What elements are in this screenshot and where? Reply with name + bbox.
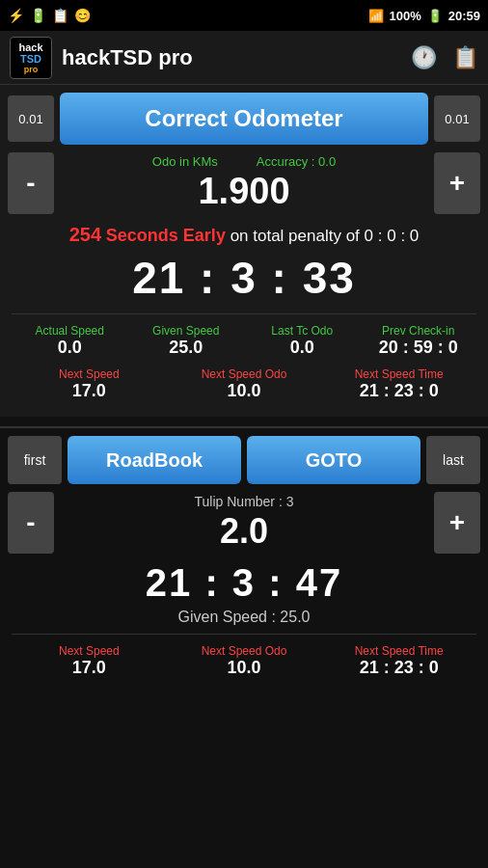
header-left: hack TSD pro hackTSD pro	[10, 37, 193, 79]
sim-icon: 📋	[52, 8, 68, 23]
roadbook-row: first RoadBook GOTO last	[8, 436, 480, 484]
odo-value: 1.900	[60, 171, 428, 212]
app-title: hackTSD pro	[62, 45, 193, 70]
last-tc-odo-label: Last Tc Odo	[246, 324, 359, 338]
given-speed-label: Given Speed	[130, 324, 243, 338]
odo-in-kms-label: Odo in KMs	[152, 154, 218, 169]
status-left-icons: ⚡ 🔋 📋 😊	[8, 8, 91, 23]
next-speed-label-bottom: Next Speed	[14, 644, 165, 658]
goto-button[interactable]: GOTO	[247, 436, 420, 484]
tulip-label: Tulip Number : 3	[60, 494, 428, 509]
tulip-value: 2.0	[60, 511, 428, 552]
next-speed-cell-bottom: Next Speed 17.0	[12, 642, 167, 680]
right-small-value[interactable]: 0.01	[434, 95, 480, 142]
prev-checkin-label: Prev Check-in	[363, 324, 475, 338]
next-speed-value-top: 17.0	[14, 381, 165, 401]
top-section: 0.01 Correct Odometer 0.01 - Odo in KMs …	[0, 85, 488, 417]
last-tc-odo-value: 0.0	[246, 338, 359, 358]
battery-small-icon: 🔋	[30, 8, 46, 23]
tulip-display: - Tulip Number : 3 2.0 +	[8, 492, 480, 554]
next-speed-time-value-bottom: 21 : 23 : 0	[323, 658, 474, 678]
next-speed-time-label-top: Next Speed Time	[323, 367, 474, 381]
tulip-plus-button[interactable]: +	[434, 492, 480, 554]
bottom-time-display: 21 : 3 : 47	[8, 561, 480, 605]
correct-odometer-button[interactable]: Correct Odometer	[60, 93, 428, 145]
history-icon[interactable]: 🕐	[411, 45, 437, 70]
next-speed-odo-value-bottom: 10.0	[169, 658, 320, 678]
given-speed-cell: Given Speed 25.0	[128, 322, 245, 360]
odo-labels: Odo in KMs Accuracy : 0.0	[60, 154, 428, 169]
bottom-speed-grid: Next Speed 17.0 Next Speed Odo 10.0 Next…	[12, 634, 476, 680]
odo-display: - Odo in KMs Accuracy : 0.0 1.900 +	[8, 152, 480, 214]
next-speed-odo-label-bottom: Next Speed Odo	[169, 644, 320, 658]
clock-time: 20:59	[448, 9, 480, 23]
next-speed-odo-cell-bottom: Next Speed Odo 10.0	[167, 642, 322, 680]
usb-icon: ⚡	[8, 8, 24, 23]
first-button[interactable]: first	[8, 436, 62, 484]
left-small-value[interactable]: 0.01	[8, 95, 54, 142]
next-speed-cell-top: Next Speed 17.0	[12, 366, 167, 403]
tulip-minus-button[interactable]: -	[8, 492, 54, 554]
next-speed-odo-value-top: 10.0	[169, 381, 320, 401]
actual-speed-value: 0.0	[14, 338, 126, 358]
face-icon: 😊	[74, 8, 91, 23]
clipboard-icon[interactable]: 📋	[452, 45, 478, 70]
app-header: hack TSD pro hackTSD pro 🕐 📋	[0, 31, 488, 85]
next-speed-label-top: Next Speed	[14, 367, 165, 381]
next-speed-time-label-bottom: Next Speed Time	[323, 644, 474, 658]
odo-center: Odo in KMs Accuracy : 0.0 1.900	[60, 154, 428, 212]
given-speed-value: 25.0	[130, 338, 243, 358]
odo-plus-button[interactable]: +	[434, 152, 480, 214]
logo-pro-text: pro	[24, 65, 39, 74]
prev-checkin-value: 20 : 59 : 0	[363, 338, 475, 358]
actual-speed-cell: Actual Speed 0.0	[12, 322, 128, 360]
app-logo: hack TSD pro	[10, 37, 52, 79]
battery-percent: 100%	[390, 9, 421, 23]
logo-hack-text: hack	[18, 41, 42, 53]
next-speed-value-bottom: 17.0	[14, 658, 165, 678]
actual-speed-label: Actual Speed	[14, 324, 126, 338]
next-speed-odo-cell-top: Next Speed Odo 10.0	[167, 366, 322, 403]
penalty-code: 0 : 0 : 0	[365, 227, 420, 245]
logo-tsd-text: TSD	[20, 53, 41, 65]
odo-minus-button[interactable]: -	[8, 152, 54, 214]
main-time-display: 21 : 3 : 33	[8, 252, 480, 304]
accuracy-label: Accuracy : 0.0	[257, 154, 336, 169]
penalty-early: Seconds Early	[106, 226, 226, 245]
last-tc-odo-cell: Last Tc Odo 0.0	[244, 322, 361, 360]
tulip-center: Tulip Number : 3 2.0	[60, 494, 428, 552]
bottom-section: first RoadBook GOTO last - Tulip Number …	[0, 428, 488, 692]
penalty-seconds: 254	[69, 224, 101, 245]
last-button[interactable]: last	[426, 436, 480, 484]
penalty-on-text: on total penalty of	[230, 227, 360, 245]
correct-odo-row: 0.01 Correct Odometer 0.01	[8, 93, 480, 145]
next-speed-grid-top: Next Speed 17.0 Next Speed Odo 10.0 Next…	[12, 366, 476, 403]
next-speed-time-cell-bottom: Next Speed Time 21 : 23 : 0	[321, 642, 476, 680]
battery-icon: 🔋	[427, 9, 443, 23]
penalty-row: 254 Seconds Early on total penalty of 0 …	[8, 224, 480, 246]
header-icons: 🕐 📋	[411, 45, 478, 70]
next-speed-odo-label-top: Next Speed Odo	[169, 367, 320, 381]
speed-grid: Actual Speed 0.0 Given Speed 25.0 Last T…	[12, 313, 476, 360]
given-speed-display: Given Speed : 25.0	[8, 609, 480, 626]
signal-icon: 📶	[368, 9, 384, 23]
next-speed-time-value-top: 21 : 23 : 0	[323, 381, 474, 401]
roadbook-button[interactable]: RoadBook	[68, 436, 241, 484]
status-right-info: 📶 100% 🔋 20:59	[368, 9, 481, 23]
next-speed-time-cell-top: Next Speed Time 21 : 23 : 0	[321, 366, 476, 403]
status-bar: ⚡ 🔋 📋 😊 📶 100% 🔋 20:59	[0, 0, 488, 31]
prev-checkin-cell: Prev Check-in 20 : 59 : 0	[361, 322, 477, 360]
